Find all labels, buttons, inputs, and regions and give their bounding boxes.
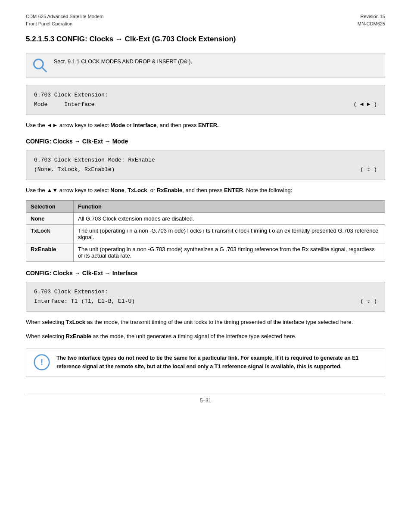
page-footer: 5–31 (26, 394, 385, 404)
row-txlock-label: TxLock (26, 224, 74, 243)
table-row: None All G.703 Clock extension modes are… (26, 212, 385, 224)
code-line-1: G.703 Clock Extension: (34, 90, 377, 100)
subsection-mode-title: CONFIG: Clocks → Clk-Ext → Mode (26, 138, 385, 145)
code-mode-options: (None, TxLock, RxEnable) (34, 165, 115, 174)
warning-text: The two interface types do not need to b… (56, 354, 378, 371)
row-none-label: None (26, 212, 74, 224)
header-product: CDM-625 Advanced Satellite Modem (26, 13, 103, 20)
row-txlock-function: The unit (operating i n a non -G.703 m o… (74, 224, 385, 243)
svg-line-1 (42, 68, 47, 72)
col-header-selection: Selection (26, 200, 74, 212)
subsection-interface-title: CONFIG: Clocks → Clk-Ext → Interface (26, 270, 385, 277)
magnifier-icon (32, 58, 48, 73)
note-box: Sect. 9.1.1 CLOCK MODES AND DROP & INSER… (26, 53, 385, 78)
code-box-1: G.703 Clock Extension: Mode Interface ( … (26, 85, 385, 115)
col-header-function: Function (74, 200, 385, 212)
row-rxenable-function: The unit (operating in a non -G.703 mode… (74, 243, 385, 261)
code-line-2: Mode Interface ( ◄ ► ) (34, 100, 377, 109)
page-header: CDM-625 Advanced Satellite Modem Front P… (26, 13, 385, 27)
note-text: Sect. 9.1.1 CLOCK MODES AND DROP & INSER… (54, 58, 192, 66)
code-intf-options: Interface: T1 (T1, E1-B, E1-U) (34, 297, 135, 306)
section-title: 5.2.1.5.3 CONFIG: Clocks → Clk-Ext (G.70… (26, 35, 385, 44)
arrow-instruction-2: Use the ▲▼ arrow keys to select None, Tx… (26, 186, 385, 195)
warning-icon: ! (33, 354, 50, 371)
para-txlock: When selecting TxLock as the mode, the t… (26, 318, 385, 327)
header-right: Revision 15 MN-CDM625 (358, 13, 385, 27)
arrow-instruction-1: Use the ◄► arrow keys to select Mode or … (26, 121, 385, 130)
table-row: TxLock The unit (operating i n a non -G.… (26, 224, 385, 243)
row-rxenable-label: RxEnable (26, 243, 74, 261)
para-rxenable: When selecting RxEnable as the mode, the… (26, 332, 385, 341)
code-mode-interface: Mode Interface (34, 100, 94, 109)
code-nav-1: ( ◄ ► ) (353, 100, 377, 109)
header-section: Front Panel Operation (26, 20, 103, 28)
code-nav-2: ( ⇕ ) (360, 165, 377, 174)
header-left: CDM-625 Advanced Satellite Modem Front P… (26, 13, 103, 27)
code-mode-line2: (None, TxLock, RxEnable) ( ⇕ ) (34, 165, 377, 174)
code-nav-3: ( ⇕ ) (360, 297, 377, 306)
warning-box: ! The two interface types do not need to… (26, 348, 385, 376)
selection-table: Selection Function None All G.703 Clock … (26, 200, 385, 262)
row-none-function: All G.703 Clock extension modes are disa… (74, 212, 385, 224)
code-box-3: G.703 Clock Extension: Interface: T1 (T1… (26, 282, 385, 312)
code-mode-line1: G.703 Clock Extension Mode: RxEnable (34, 156, 377, 165)
svg-text:!: ! (40, 358, 44, 367)
header-docnum: MN-CDM625 (358, 20, 385, 28)
code-intf-line2: Interface: T1 (T1, E1-B, E1-U) ( ⇕ ) (34, 297, 377, 306)
note-label: Sect. 9.1.1 CLOCK MODES AND DROP & INSER… (54, 59, 192, 65)
page: CDM-625 Advanced Satellite Modem Front P… (0, 0, 411, 532)
page-number: 5–31 (200, 398, 212, 404)
table-row: RxEnable The unit (operating in a non -G… (26, 243, 385, 261)
code-box-2: G.703 Clock Extension Mode: RxEnable (No… (26, 150, 385, 180)
code-intf-line1: G.703 Clock Extension: (34, 287, 377, 297)
header-revision: Revision 15 (358, 13, 385, 20)
